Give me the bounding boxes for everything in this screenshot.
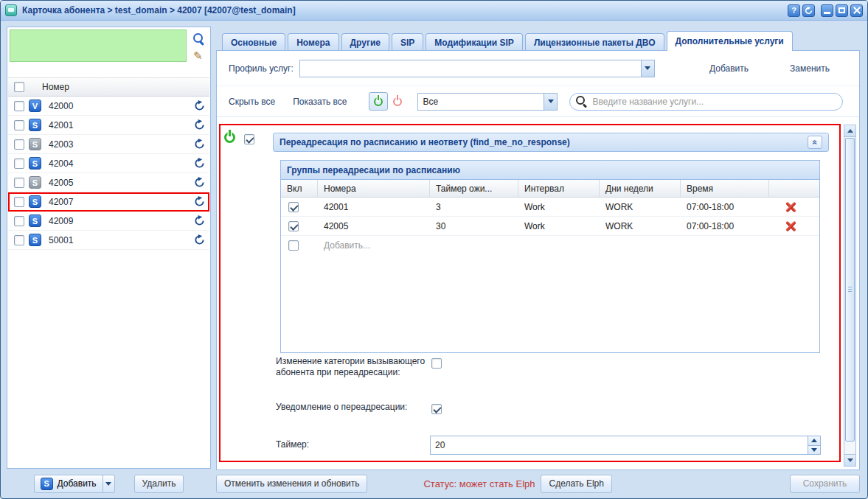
profile-add-button[interactable]: Добавить — [709, 63, 749, 74]
help-button[interactable]: ? — [788, 4, 800, 17]
table-row[interactable]: 42005 30 Work WORK 07:00-18:00 — [281, 217, 819, 236]
save-button[interactable]: Сохранить — [790, 475, 860, 493]
row-checkbox[interactable] — [14, 101, 24, 111]
tab-other[interactable]: Другие — [341, 33, 389, 51]
tab-sip[interactable]: SIP — [392, 33, 423, 51]
filter-combo[interactable] — [417, 93, 558, 111]
row-checkbox[interactable] — [14, 216, 24, 226]
profile-combo[interactable] — [299, 60, 655, 77]
delete-row-icon[interactable] — [785, 220, 796, 231]
service-header[interactable]: Переадресация по расписанию и неответу (… — [273, 133, 829, 152]
category-change-checkbox[interactable] — [431, 358, 442, 369]
cell-time: 07:00-18:00 — [681, 198, 769, 216]
list-item[interactable]: S 42001 — [8, 116, 209, 135]
service-enabled-checkbox[interactable] — [244, 134, 254, 144]
spinner-down-button[interactable] — [808, 446, 820, 455]
service-search-field[interactable] — [569, 93, 843, 111]
forwarding-groups-panel: Группы переадресации по расписанию Вкл Н… — [280, 160, 820, 353]
history-icon[interactable] — [194, 158, 205, 169]
add-row-checkbox[interactable] — [288, 240, 299, 251]
row-enabled-checkbox[interactable] — [288, 221, 299, 231]
make-elph-button[interactable]: Сделать Elph — [541, 475, 611, 493]
filter-combo-input[interactable] — [418, 94, 544, 110]
history-icon[interactable] — [194, 177, 205, 188]
vertical-scrollbar[interactable] — [844, 125, 856, 467]
delete-row-icon[interactable] — [785, 201, 796, 212]
tab-license-packages[interactable]: Лицензионные пакеты ДВО — [525, 33, 664, 51]
row-enabled-checkbox[interactable] — [288, 202, 299, 212]
search-icon[interactable] — [193, 33, 206, 46]
minimize-button[interactable] — [821, 4, 833, 17]
list-item[interactable]: S 42003 — [8, 135, 209, 154]
history-icon[interactable] — [194, 215, 205, 226]
history-icon[interactable] — [194, 119, 205, 130]
list-item[interactable]: S 42005 — [8, 173, 209, 192]
row-checkbox[interactable] — [14, 178, 24, 188]
scroll-up-button[interactable] — [844, 125, 855, 137]
timer-input[interactable] — [431, 436, 808, 454]
service-search-input[interactable] — [588, 97, 842, 107]
add-subscriber-button[interactable]: S Добавить — [34, 475, 115, 493]
maximize-button[interactable] — [836, 4, 848, 17]
subscriber-number: 42007 — [49, 197, 73, 207]
cancel-refresh-button[interactable]: Отменить изменения и обновить — [216, 475, 367, 493]
column-interval[interactable]: Интервал — [518, 180, 600, 197]
column-time[interactable]: Время — [681, 180, 769, 197]
column-timer[interactable]: Таймер ожи... — [430, 180, 518, 197]
filter-combo-trigger[interactable] — [544, 94, 557, 110]
column-enabled[interactable]: Вкл — [281, 180, 318, 197]
column-header-number: Номер — [42, 82, 69, 92]
add-subscriber-main[interactable]: S Добавить — [35, 475, 103, 492]
show-all-button[interactable]: Показать все — [293, 97, 347, 107]
scroll-down-button[interactable] — [844, 454, 855, 466]
profile-combo-trigger[interactable] — [641, 60, 654, 77]
column-weekdays[interactable]: Дни недели — [600, 180, 681, 197]
maximize-icon — [839, 7, 845, 13]
delete-subscriber-button[interactable]: Удалить — [134, 475, 184, 493]
row-checkbox[interactable] — [14, 120, 24, 130]
list-item[interactable]: S 42004 — [8, 154, 209, 173]
close-button[interactable] — [850, 4, 863, 17]
tab-numbers[interactable]: Номера — [288, 33, 338, 51]
tab-additional-services[interactable]: Дополнительные услуги — [667, 31, 793, 51]
collapse-button[interactable]: « — [808, 136, 822, 149]
list-item-selected[interactable]: S 42007 — [8, 192, 209, 212]
list-item[interactable]: S 50001 — [8, 231, 209, 250]
refresh-button[interactable] — [802, 4, 815, 17]
add-row[interactable]: Добавить... — [281, 236, 819, 255]
add-subscriber-dropdown[interactable] — [103, 475, 114, 492]
cell-number: 42001 — [318, 198, 430, 216]
category-change-label: Изменение категории вызывающего абонента… — [276, 356, 431, 378]
row-checkbox[interactable] — [14, 197, 24, 207]
history-icon[interactable] — [194, 234, 205, 245]
list-item[interactable]: V 42000 — [8, 97, 209, 116]
profile-combo-input[interactable] — [300, 60, 641, 77]
hide-all-button[interactable]: Скрыть все — [229, 97, 275, 107]
list-item[interactable]: S 42009 — [8, 212, 209, 231]
subscriber-type-icon: S — [29, 119, 41, 131]
history-icon[interactable] — [194, 100, 205, 111]
table-row[interactable]: 42001 3 Work WORK 07:00-18:00 — [281, 198, 819, 217]
tab-main[interactable]: Основные — [222, 33, 285, 51]
select-all-checkbox[interactable] — [14, 82, 24, 92]
profile-replace-button[interactable]: Заменить — [790, 63, 830, 74]
row-checkbox[interactable] — [14, 158, 24, 169]
tab-sip-modifications[interactable]: Модификации SIP — [426, 33, 523, 51]
column-numbers[interactable]: Номера — [318, 180, 430, 197]
window-body: ✎ Номер V 42000 S 42001 — [1, 21, 867, 498]
spinner-up-button[interactable] — [808, 436, 820, 446]
notify-checkbox[interactable] — [431, 404, 442, 414]
filter-disabled-toggle[interactable] — [388, 92, 407, 111]
subscriber-number: 42005 — [49, 178, 73, 188]
power-on-icon — [224, 132, 235, 143]
scrollbar-thumb[interactable] — [845, 138, 855, 442]
service-power-icon[interactable] — [224, 132, 235, 145]
chevron-down-icon — [548, 100, 554, 103]
row-checkbox[interactable] — [14, 235, 24, 245]
row-checkbox[interactable] — [14, 139, 24, 150]
history-icon[interactable] — [194, 139, 205, 150]
add-row-label[interactable]: Добавить... — [318, 236, 430, 255]
filter-enabled-toggle[interactable] — [369, 92, 388, 111]
history-icon[interactable] — [194, 196, 205, 207]
edit-pencil-icon[interactable]: ✎ — [193, 49, 203, 63]
